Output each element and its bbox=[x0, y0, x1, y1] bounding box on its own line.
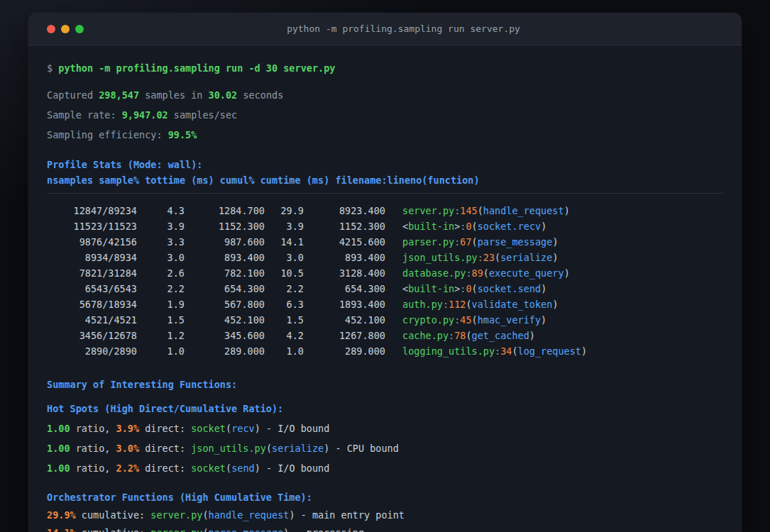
cell-ct: 3128.400 bbox=[304, 265, 385, 281]
cell-ct: 1267.800 bbox=[304, 328, 385, 343]
cell-tt: 1152.300 bbox=[185, 218, 265, 234]
cell-ct: 452.100 bbox=[304, 312, 385, 328]
terminal-window: python -m profiling.sampling run server.… bbox=[28, 13, 742, 532]
text-segment: ( bbox=[472, 221, 478, 232]
text-segment: socket bbox=[191, 423, 226, 434]
text-segment: 9,947.02 bbox=[122, 109, 168, 121]
cell-cp: 1.5 bbox=[265, 312, 304, 328]
text-segment: hmac_verify bbox=[478, 314, 541, 326]
text-segment: ( bbox=[472, 283, 478, 294]
cell-sp: 1.5 bbox=[137, 312, 185, 328]
text-segment: ( bbox=[472, 314, 478, 326]
text-segment: ratio, bbox=[70, 443, 116, 454]
text-segment: Summary of Interesting Functions: bbox=[47, 379, 237, 390]
text-segment: socket.recv bbox=[478, 221, 541, 232]
text-segment: 78 bbox=[454, 330, 466, 341]
text-segment: 298,547 bbox=[99, 89, 139, 101]
cell-sp: 4.3 bbox=[137, 203, 185, 218]
cell-tt: 782.100 bbox=[185, 265, 265, 281]
text-segment: < bbox=[402, 221, 408, 232]
cell-sp: 3.3 bbox=[137, 234, 185, 250]
cell-sp: 1.9 bbox=[137, 297, 185, 312]
stats-row: 7821/312842.6782.10010.53128.400database… bbox=[47, 265, 723, 281]
text-segment: 23 bbox=[483, 252, 495, 263]
text-segment: : bbox=[449, 330, 454, 341]
minimize-button[interactable] bbox=[61, 25, 70, 33]
text-segment: - I/O bound bbox=[260, 462, 330, 474]
cell-n: 12847/89234 bbox=[47, 203, 137, 218]
text-segment: parser.py bbox=[402, 236, 454, 248]
cell-cp: 4.2 bbox=[265, 328, 304, 343]
text-segment: serialize bbox=[272, 443, 324, 454]
stats-row: 3456/126781.2345.6004.21267.800cache.py:… bbox=[47, 328, 723, 343]
text-segment: log_request bbox=[518, 345, 581, 357]
orchestrator-line: 14.1% cumulative: parser.py(parse_messag… bbox=[47, 526, 723, 532]
text-segment: ( bbox=[512, 345, 517, 357]
cell-cp: 14.1 bbox=[265, 234, 304, 250]
cell-n: 7821/31284 bbox=[47, 265, 137, 281]
text-segment: 1.00 bbox=[47, 423, 70, 434]
window-titlebar[interactable]: python -m profiling.sampling run server.… bbox=[28, 13, 742, 45]
sampling-efficiency-line: Sampling efficiency: 99.5% bbox=[47, 128, 723, 142]
text-segment: validate_token bbox=[472, 299, 553, 310]
text-segment: handle_request bbox=[483, 205, 564, 216]
window-controls bbox=[47, 25, 84, 33]
text-segment: - main entry point bbox=[295, 509, 405, 521]
cell-sp: 3.9 bbox=[137, 218, 185, 234]
maximize-button[interactable] bbox=[75, 25, 84, 33]
text-segment: direct: bbox=[139, 423, 191, 434]
text-segment: : bbox=[466, 267, 471, 279]
hot-spots-title: Hot Spots (High Direct/Cumulative Ratio)… bbox=[47, 401, 723, 416]
text-segment: Captured bbox=[47, 89, 99, 101]
cell-ct: 4215.600 bbox=[304, 234, 385, 250]
command-section: $ python -m profiling.sampling run -d 30… bbox=[47, 45, 723, 75]
cell-ct: 1893.400 bbox=[304, 297, 385, 312]
text-segment: ) bbox=[529, 330, 535, 341]
text-segment: json_utils.py bbox=[402, 252, 478, 263]
text-segment: socket.send bbox=[478, 283, 541, 294]
profile-stats-header-section: Profile Stats (Mode: wall):nsamples samp… bbox=[47, 157, 723, 187]
text-segment: 3.0% bbox=[116, 443, 140, 454]
text-segment: parser.py bbox=[150, 527, 202, 532]
stats-row: 8934/89343.0893.4003.0893.400json_utils.… bbox=[47, 250, 723, 265]
text-segment: ) bbox=[552, 299, 558, 310]
cell-tt: 289.000 bbox=[185, 343, 265, 359]
text-segment: database.py bbox=[402, 267, 466, 279]
cell-ct: 654.300 bbox=[304, 281, 385, 297]
cell-cp: 29.9 bbox=[265, 203, 304, 218]
orchestrator-title: Orchestrator Functions (High Cumulative … bbox=[47, 490, 723, 504]
text-segment: seconds bbox=[237, 89, 283, 101]
cell-ct: 1152.300 bbox=[304, 218, 385, 234]
cell-location: <built-in>:0(socket.send) bbox=[402, 281, 546, 297]
text-segment: ( bbox=[478, 205, 483, 216]
text-segment: ( bbox=[202, 509, 208, 521]
cell-sp: 1.2 bbox=[137, 328, 185, 343]
text-segment: 29.9% bbox=[47, 509, 76, 521]
close-button[interactable] bbox=[47, 25, 55, 33]
profile-stats-table: 12847/892344.31284.70029.98923.400server… bbox=[47, 203, 723, 359]
cell-ct: 289.000 bbox=[304, 343, 385, 359]
hot-spot-line: 1.00 ratio, 3.9% direct: socket(recv) - … bbox=[47, 421, 723, 436]
cell-n: 11523/11523 bbox=[47, 218, 137, 234]
text-segment: : bbox=[443, 299, 449, 310]
text-segment: 89 bbox=[472, 267, 483, 279]
table-divider bbox=[47, 193, 723, 194]
terminal-screen[interactable]: $ python -m profiling.sampling run -d 30… bbox=[28, 45, 742, 532]
text-segment: built-in bbox=[408, 283, 454, 294]
window-title: python -m profiling.sampling run server.… bbox=[84, 23, 723, 34]
cell-tt: 987.600 bbox=[185, 234, 265, 250]
cell-ct: 893.400 bbox=[304, 250, 385, 265]
text-segment: python -m profiling.sampling run -d 30 s… bbox=[58, 62, 335, 74]
text-segment: auth.py bbox=[402, 299, 443, 310]
stats-row: 6543/65432.2654.3002.2654.300<built-in>:… bbox=[47, 281, 723, 297]
hot-spot-line: 1.00 ratio, 2.2% direct: socket(send) - … bbox=[47, 461, 723, 475]
text-segment: ( bbox=[202, 527, 208, 532]
text-segment: 145 bbox=[460, 205, 477, 216]
text-segment: server.py bbox=[402, 205, 454, 216]
text-segment: 0 bbox=[466, 283, 471, 294]
cell-location: database.py:89(execute_query) bbox=[402, 265, 570, 281]
summary-title: Summary of Interesting Functions: bbox=[47, 377, 723, 392]
text-segment: ) bbox=[564, 267, 570, 279]
text-segment: ( bbox=[226, 462, 231, 474]
text-segment: ) bbox=[255, 462, 260, 474]
